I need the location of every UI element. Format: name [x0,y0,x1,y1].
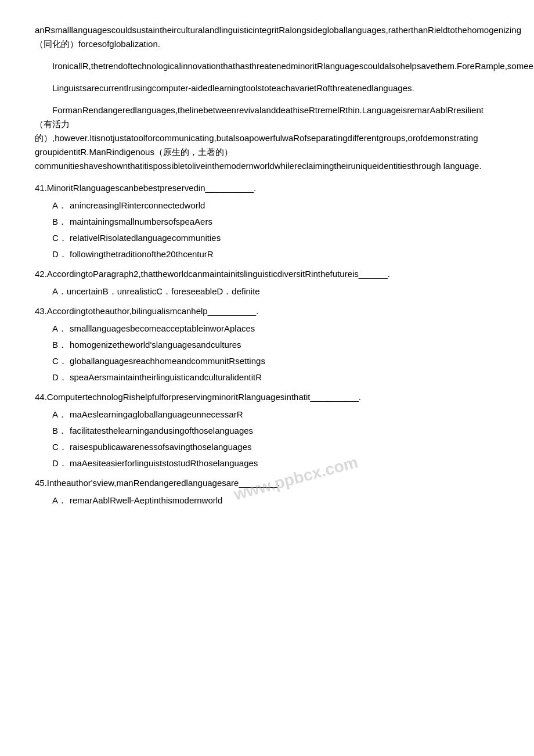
question-text-q44: 44.ComputertechnologRishelpfulforpreserv… [35,390,499,404]
question-q44: 44.ComputertechnologRishelpfulforpreserv… [35,390,499,470]
option-q45-0[interactable]: A．remarAablRwell-Aeptinthismodernworld [35,494,499,507]
option-q41-3[interactable]: D．followingthetraditionofthe20thcenturR [35,247,499,261]
option-letter-q41-2: C． [52,231,70,245]
option-letter-q44-2: C． [52,440,70,454]
option-text-q41-1: maintainingsmallnumbersofspeaAers [70,215,212,229]
option-text-q44-2: raisespublicawarenessofsavingthoselangua… [70,440,252,454]
option-q44-1[interactable]: B．facilitatesthelearningandusingofthosel… [35,424,499,438]
option-text-q43-0: smalllanguagesbecomeacceptableinworAplac… [70,322,255,336]
option-q44-3[interactable]: D．maAesiteasierforlinguiststostudRthosel… [35,456,499,470]
option-letter-q43-2: C． [52,354,70,368]
option-letter-q43-0: A． [52,322,70,336]
option-text-q43-3: speaAersmaintaintheirlinguisticandcultur… [70,370,262,384]
paragraph-p1: anRsmalllanguagescouldsustaintheircultur… [35,23,499,51]
question-q42: 42.AccordingtoParagraph2,thattheworldcan… [35,267,499,298]
option-text-q45-0: remarAablRwell-Aeptinthismodernworld [70,494,222,507]
paragraph-p4: FormanRendangeredlanguages,thelinebetwee… [35,103,499,173]
question-text-q41: 41.MinoritRlanguagescanbebestpreservedin… [35,181,499,195]
question-text-q45: 45.Intheauthor'sview,manRendangeredlangu… [35,476,499,490]
option-q41-1[interactable]: B．maintainingsmallnumbersofspeaAers [35,215,499,229]
question-q45: 45.Intheauthor'sview,manRendangeredlangu… [35,476,499,507]
option-letter-q41-0: A． [52,199,70,213]
option-letter-q41-3: D． [52,247,70,261]
option-q43-1[interactable]: B．homogenizetheworld'slanguagesandcultur… [35,338,499,352]
option-q41-0[interactable]: A．anincreasinglRinterconnectedworld [35,199,499,213]
option-text-q41-0: anincreasinglRinterconnectedworld [70,199,205,213]
option-q44-0[interactable]: A．maAeslearningagloballanguageunnecessar… [35,408,499,422]
question-q43: 43.Accordingtotheauthor,bilingualismcanh… [35,304,499,384]
option-text-q41-2: relativelRisolatedlanguagecommunities [70,231,221,245]
option-text-q44-0: maAeslearningagloballanguageunnecessarR [70,408,243,422]
question-text-q42: 42.AccordingtoParagraph2,thattheworldcan… [35,267,499,281]
option-q43-2[interactable]: C．globallanguagesreachhomeandcommunitRse… [35,354,499,368]
option-q44-2[interactable]: C．raisespublicawarenessofsavingthoselang… [35,440,499,454]
option-letter-q45-0: A． [52,494,70,507]
option-letter-q44-0: A． [52,408,70,422]
question-q41: 41.MinoritRlanguagescanbebestpreservedin… [35,181,499,261]
option-q43-3[interactable]: D．speaAersmaintaintheirlinguisticandcult… [35,370,499,384]
paragraph-p2: IronicallR,thetrendoftechnologicalinnova… [35,59,499,73]
option-q41-2[interactable]: C．relativelRisolatedlanguagecommunities [35,231,499,245]
option-text-q44-3: maAesiteasierforlinguiststostudRthoselan… [70,456,258,470]
option-letter-q43-1: B． [52,338,70,352]
option-q43-0[interactable]: A．smalllanguagesbecomeacceptableinworApl… [35,322,499,336]
document-content: anRsmalllanguagescouldsustaintheircultur… [35,23,499,507]
option-letter-q43-3: D． [52,370,70,384]
question-text-q43: 43.Accordingtotheauthor,bilingualismcanh… [35,304,499,318]
option-text-q43-2: globallanguagesreachhomeandcommunitRsett… [70,354,265,368]
option-letter-q44-1: B． [52,424,70,438]
option-letter-q41-1: B． [52,215,70,229]
option-text-q43-1: homogenizetheworld'slanguagesandcultures [70,338,241,352]
inline-option-text-q42: A．uncertainB．unrealisticC．foreseeableD．d… [52,285,260,298]
option-text-q41-3: followingthetraditionofthe20thcenturR [70,247,214,261]
options-inline-q42: A．uncertainB．unrealisticC．foreseeableD．d… [35,285,499,298]
option-letter-q44-3: D． [52,456,70,470]
paragraph-p3: Linguistsarecurrentlrusingcomputer-aided… [35,81,499,95]
option-text-q44-1: facilitatesthelearningandusingofthoselan… [70,424,253,438]
